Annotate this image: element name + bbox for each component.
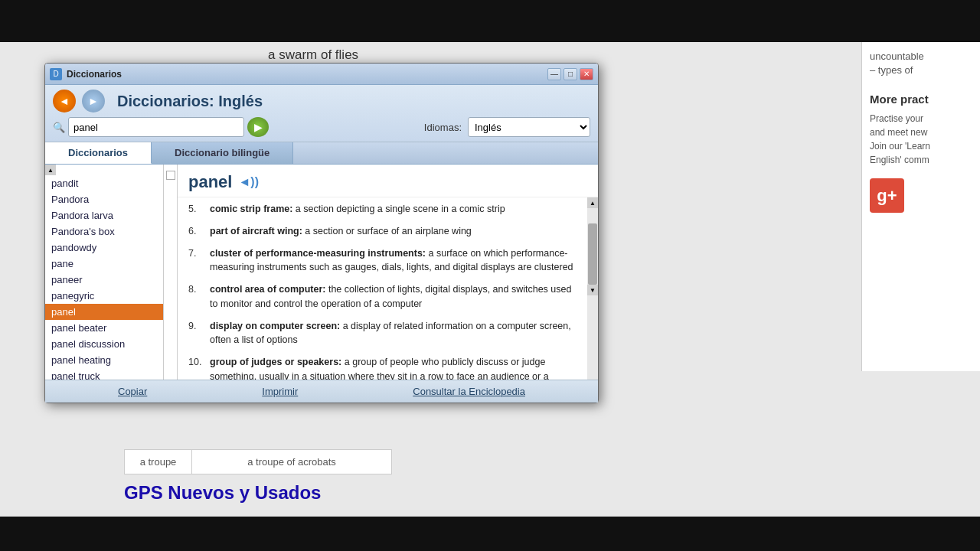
def-item-6: 6. part of aircraft wing: a section or s… bbox=[188, 224, 577, 239]
toolbar: ◄ ► Diccionarios: Inglés 🔍 ▶ Idiomas: In… bbox=[45, 85, 598, 142]
def-term-8: control area of computer: bbox=[210, 284, 325, 295]
list-scroll-container[interactable]: pandit Pandora Pandora larva Pandora's b… bbox=[45, 175, 163, 380]
def-term-9: display on computer screen: bbox=[210, 321, 340, 331]
minimize-button[interactable]: — bbox=[547, 68, 561, 80]
gps-ad: GPS Nuevos y Usados bbox=[124, 482, 321, 507]
list-item-pandoras-box[interactable]: Pandora's box bbox=[45, 223, 163, 240]
def-term-5: comic strip frame: bbox=[210, 204, 292, 214]
window-title: Diccionarios bbox=[67, 69, 122, 80]
title-bar-left: D Diccionarios bbox=[50, 68, 122, 80]
list-item-paneer[interactable]: paneer bbox=[45, 272, 163, 288]
def-scroll-thumb[interactable] bbox=[588, 223, 597, 285]
toolbar-top: ◄ ► Diccionarios: Inglés bbox=[53, 90, 590, 112]
idiomas-label: Idiomas: bbox=[424, 122, 462, 133]
more-practice-heading: More pract bbox=[870, 93, 972, 106]
title-bar: D Diccionarios — □ ✕ bbox=[45, 64, 598, 85]
list-item-panel-discussion[interactable]: panel discussion bbox=[45, 336, 163, 352]
definition-list: 5. comic strip frame: a section depictin… bbox=[178, 197, 587, 380]
list-item-panel-heating[interactable]: panel heating bbox=[45, 352, 163, 368]
def-item-10: 10. group of judges or speakers: a group… bbox=[188, 355, 577, 380]
list-item-pandora-larva[interactable]: Pandora larva bbox=[45, 207, 163, 223]
idiomas-area: Idiomas: Inglés Español Francés Alemán bbox=[424, 117, 590, 137]
content-area: ▲ pandit Pandora Pandora larva Pandora's… bbox=[45, 165, 598, 380]
right-sidebar: uncountable – types of More pract Practi… bbox=[861, 42, 980, 371]
list-item-panel[interactable]: panel bbox=[45, 304, 163, 320]
enciclopedia-button[interactable]: Consultar la Enciclopedia bbox=[413, 386, 525, 397]
troupe-cell-2: a troupe of acrobats bbox=[192, 450, 391, 474]
maximize-button[interactable]: □ bbox=[564, 68, 577, 80]
toolbar-bottom: 🔍 ▶ Idiomas: Inglés Español Francés Alem… bbox=[53, 117, 590, 137]
troupe-cell-1: a troupe bbox=[125, 450, 192, 474]
word-list: ▲ pandit Pandora Pandora larva Pandora's… bbox=[45, 165, 164, 380]
search-go-button[interactable]: ▶ bbox=[247, 117, 269, 137]
app-icon: D bbox=[50, 68, 62, 80]
list-item-panegyric[interactable]: panegyric bbox=[45, 288, 163, 304]
tabs-bar: Diccionarios Diccionario bilingüe bbox=[45, 142, 598, 165]
troupe-row: a troupe a troupe of acrobats bbox=[124, 449, 392, 474]
def-desc-5: a section depicting a single scene in a … bbox=[296, 204, 505, 214]
close-button[interactable]: ✕ bbox=[580, 68, 593, 80]
idiomas-select[interactable]: Inglés Español Francés Alemán bbox=[468, 117, 590, 137]
list-item-pandowdy[interactable]: pandowdy bbox=[45, 240, 163, 256]
search-input[interactable] bbox=[68, 117, 244, 137]
def-item-5: 5. comic strip frame: a section depictin… bbox=[188, 202, 577, 217]
def-desc-6: a section or surface of an airplane wing bbox=[305, 226, 472, 236]
imprimir-button[interactable]: Imprimir bbox=[262, 386, 298, 397]
tab-diccionarios[interactable]: Diccionarios bbox=[45, 142, 152, 164]
scroll-up-arrow[interactable]: ▲ bbox=[45, 165, 56, 175]
def-term-10: group of judges or speakers: bbox=[210, 357, 341, 367]
def-scroll-up[interactable]: ▲ bbox=[587, 197, 598, 208]
window-controls: — □ ✕ bbox=[547, 68, 593, 80]
list-item-pane[interactable]: pane bbox=[45, 256, 163, 272]
sound-icon[interactable]: ◄)) bbox=[238, 175, 259, 189]
copiar-button[interactable]: Copiar bbox=[118, 386, 147, 397]
search-icon: 🔍 bbox=[53, 122, 65, 133]
forward-button[interactable]: ► bbox=[82, 90, 105, 112]
arrow-right-icon: ▶ bbox=[254, 121, 263, 133]
list-item-pandit[interactable]: pandit bbox=[45, 175, 163, 191]
definition-header: panel ◄)) bbox=[178, 165, 598, 197]
bottom-buttons-bar: Copiar Imprimir Consultar la Enciclopedi… bbox=[45, 380, 598, 403]
list-item-pandora[interactable]: Pandora bbox=[45, 191, 163, 207]
defined-word: panel ◄)) bbox=[188, 172, 587, 192]
separator-area bbox=[164, 165, 178, 380]
def-item-9: 9. display on computer screen: a display… bbox=[188, 319, 577, 348]
practise-text: Practise your and meet new Join our 'Lea… bbox=[870, 112, 972, 167]
def-item-8: 8. control area of computer: the collect… bbox=[188, 282, 577, 311]
definition-scrollbar[interactable]: ▲ ▼ bbox=[587, 197, 598, 380]
bottom-black-bar bbox=[0, 517, 980, 551]
app-title: Diccionarios: Inglés bbox=[117, 93, 263, 110]
definition-area: panel ◄)) 5. comic strip frame: a sectio… bbox=[178, 165, 598, 380]
checkbox[interactable] bbox=[166, 171, 175, 180]
uncountable-text: uncountable – types of bbox=[870, 50, 972, 77]
top-phrase: a swarm of flies bbox=[268, 47, 358, 63]
def-term-6: part of aircraft wing: bbox=[210, 226, 302, 236]
def-scroll-down[interactable]: ▼ bbox=[587, 285, 598, 295]
gps-title: GPS Nuevos y Usados bbox=[124, 482, 321, 504]
google-plus-button[interactable]: g+ bbox=[870, 178, 904, 213]
back-button[interactable]: ◄ bbox=[53, 90, 76, 112]
top-black-bar bbox=[0, 0, 980, 42]
list-item-panel-beater[interactable]: panel beater bbox=[45, 320, 163, 336]
dialog-window: D Diccionarios — □ ✕ ◄ ► Diccionarios: I… bbox=[44, 63, 599, 403]
list-item-panel-truck[interactable]: panel truck bbox=[45, 368, 163, 380]
tab-bilingue[interactable]: Diccionario bilingüe bbox=[152, 142, 293, 164]
search-area: 🔍 ▶ bbox=[53, 117, 269, 137]
def-item-7: 7. cluster of performance-measuring inst… bbox=[188, 246, 577, 276]
def-term-7: cluster of performance-measuring instrum… bbox=[210, 248, 426, 259]
